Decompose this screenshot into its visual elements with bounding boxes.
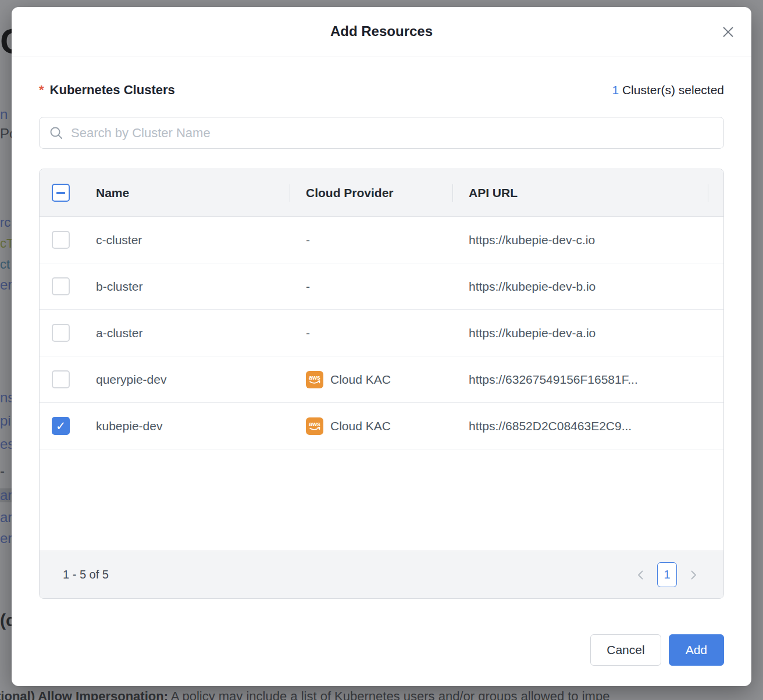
add-button[interactable]: Add	[669, 634, 724, 666]
background-fragment: ns	[0, 391, 12, 405]
background-fragment: Pc	[0, 127, 12, 141]
background-fragment: ar	[0, 488, 12, 502]
kubernetes-clusters-label: *Kubernetes Clusters	[39, 83, 175, 98]
background-page-text: tional) Allow Impersonation: A policy ma…	[0, 689, 763, 700]
table-row[interactable]: ✓ querypie-dev aws Cloud KAC https://632…	[40, 356, 723, 403]
row-checkbox[interactable]: ✓	[52, 370, 70, 388]
table-row[interactable]: ✓ kubepie-dev aws Cloud KAC https://6852…	[40, 403, 723, 449]
modal-actions: Cancel Add	[39, 634, 724, 666]
background-regular-text: A policy may include a list of Kubernete…	[168, 689, 609, 700]
table-row[interactable]: ✓ b-cluster aws - https://kubepie-dev-b.…	[40, 263, 723, 310]
row-spacer	[708, 403, 722, 449]
screen: { "backdrop": { "bottom_text": { "bold":…	[0, 0, 763, 700]
table-footer: 1 - 5 of 5 1	[40, 551, 723, 598]
background-fragment: ar	[0, 510, 12, 524]
required-asterisk: *	[39, 83, 44, 97]
column-header-cloud-provider[interactable]: Cloud Provider	[290, 169, 452, 216]
search-input[interactable]	[71, 126, 714, 141]
close-button[interactable]	[720, 24, 736, 40]
row-checkbox[interactable]: ✓	[52, 277, 70, 295]
table-row[interactable]: ✓ c-cluster aws - https://kubepie-dev-c.…	[40, 217, 723, 263]
svg-text:aws: aws	[309, 374, 320, 381]
previous-page-button[interactable]	[634, 568, 648, 582]
search-box	[39, 117, 724, 149]
row-spacer	[708, 217, 722, 263]
checkmark-icon: ✓	[56, 420, 66, 432]
provider-label: -	[306, 280, 310, 294]
modal-body: *Kubernetes Clusters 1 Cluster(s) select…	[12, 83, 751, 666]
aws-icon: aws	[306, 371, 323, 388]
selected-count-label: Cluster(s) selected	[619, 83, 724, 97]
close-icon	[721, 25, 735, 39]
chevron-left-icon	[635, 569, 647, 581]
cluster-name: a-cluster	[96, 310, 290, 356]
add-resources-modal: Add Resources *Kubernetes Clusters 1 Clu…	[12, 7, 751, 686]
row-checkbox[interactable]: ✓	[52, 417, 70, 435]
modal-title: Add Resources	[330, 23, 433, 40]
background-fragment: (c	[0, 612, 12, 629]
search-icon	[49, 126, 64, 141]
column-header-api-url[interactable]: API URL	[452, 169, 708, 216]
api-url: https://6852D2C08463E2C9...	[452, 403, 708, 449]
table-row[interactable]: ✓ a-cluster aws - https://kubepie-dev-a.…	[40, 310, 723, 356]
field-row: *Kubernetes Clusters 1 Cluster(s) select…	[39, 83, 724, 98]
background-fragment: ct	[0, 258, 10, 271]
api-url: https://63267549156F16581F...	[452, 356, 708, 402]
background-page-left-edge: CnPcrccTcternspies-ararer(c	[0, 0, 12, 700]
row-spacer	[708, 310, 722, 356]
api-url: https://kubepie-dev-b.io	[452, 263, 708, 309]
select-all-checkbox[interactable]	[52, 184, 70, 202]
cluster-name: c-cluster	[96, 217, 290, 263]
cluster-name: kubepie-dev	[96, 403, 290, 449]
table-header-row: Name Cloud Provider API URL	[40, 169, 723, 217]
background-fragment: cT	[0, 237, 12, 250]
provider-label: -	[306, 326, 310, 340]
api-url: https://kubepie-dev-a.io	[452, 310, 708, 356]
selected-count-text: 1 Cluster(s) selected	[612, 83, 724, 97]
pagination-range: 1 - 5 of 5	[63, 568, 109, 581]
background-bold-text: tional) Allow Impersonation:	[0, 689, 168, 700]
row-spacer	[708, 356, 722, 402]
background-fragment: pi	[0, 414, 11, 428]
cluster-name: b-cluster	[96, 263, 290, 309]
page-number-button[interactable]: 1	[657, 562, 677, 587]
provider-label: Cloud KAC	[330, 373, 391, 387]
pagination: 1	[634, 562, 700, 587]
background-fragment: er	[0, 278, 12, 292]
table-body: ✓ c-cluster aws - https://kubepie-dev-c.…	[40, 217, 723, 449]
cancel-button[interactable]: Cancel	[590, 634, 661, 666]
provider-label: Cloud KAC	[330, 419, 391, 433]
column-header-name[interactable]: Name	[96, 169, 290, 216]
chevron-right-icon	[687, 569, 699, 581]
table-empty-space	[40, 449, 723, 551]
background-fragment: n	[0, 108, 8, 122]
api-url: https://kubepie-dev-c.io	[452, 217, 708, 263]
background-fragment: C	[0, 23, 12, 59]
row-spacer	[708, 263, 722, 309]
modal-header: Add Resources	[12, 7, 751, 56]
clusters-table: Name Cloud Provider API URL ✓ c-cluster …	[39, 169, 724, 599]
column-header-spacer	[708, 169, 722, 216]
background-fragment: er	[0, 531, 12, 545]
cluster-name: querypie-dev	[96, 356, 290, 402]
indeterminate-dash-icon	[56, 192, 65, 194]
row-checkbox[interactable]: ✓	[52, 324, 70, 342]
aws-icon: aws	[306, 417, 323, 435]
background-fragment: es	[0, 437, 12, 451]
provider-label: -	[306, 233, 310, 247]
field-label-text: Kubernetes Clusters	[50, 83, 175, 97]
background-fragment: rc	[0, 216, 10, 229]
selected-count-number: 1	[612, 83, 619, 97]
background-fragment: -	[0, 464, 5, 478]
svg-text:aws: aws	[309, 420, 320, 427]
next-page-button[interactable]	[686, 568, 700, 582]
row-checkbox[interactable]: ✓	[52, 231, 70, 249]
